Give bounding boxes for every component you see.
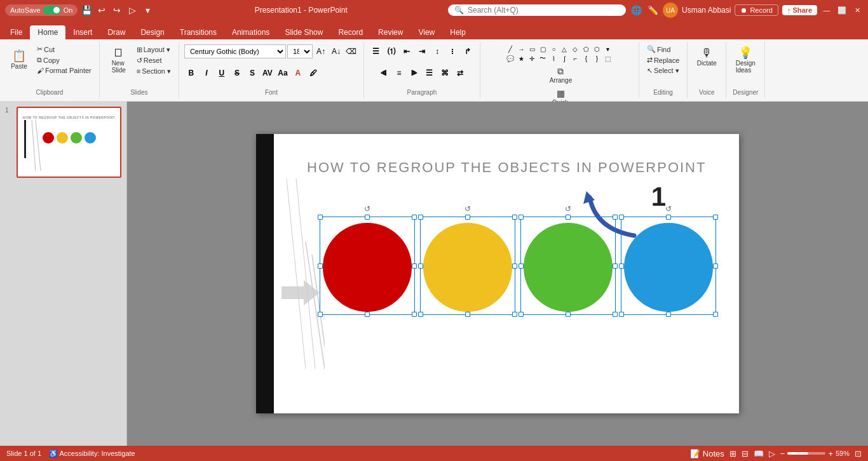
record-button-titlebar[interactable]: ⏺ Record xyxy=(735,4,778,16)
handle-tr[interactable] xyxy=(412,215,417,220)
tab-record[interactable]: Record xyxy=(330,25,370,39)
handle-bm[interactable] xyxy=(666,312,671,317)
shape-line[interactable]: ╱ xyxy=(505,44,515,53)
decrease-font-button[interactable]: A↓ xyxy=(329,44,343,58)
tab-insert[interactable]: Insert xyxy=(65,25,100,39)
handle-bm[interactable] xyxy=(365,312,370,317)
tab-draw[interactable]: Draw xyxy=(100,25,133,39)
shape-arrow-line[interactable]: → xyxy=(516,44,526,53)
tab-home[interactable]: Home xyxy=(30,25,65,39)
handle-bl[interactable] xyxy=(619,312,624,317)
rotate-handle[interactable]: ↺ xyxy=(564,204,573,213)
design-ideas-button[interactable]: 💡 DesignIdeas xyxy=(731,44,759,76)
layout-button[interactable]: ⊞ Layout ▾ xyxy=(134,45,173,55)
search-bar[interactable]: 🔍 xyxy=(448,4,626,16)
shape-triangle[interactable]: △ xyxy=(559,44,569,53)
fit-to-window-button[interactable]: ⊡ xyxy=(855,449,862,458)
circle-wrapper-green[interactable]: ↺ xyxy=(520,217,616,312)
tab-view[interactable]: View xyxy=(410,25,442,39)
circle-wrapper-blue[interactable]: ↺ xyxy=(621,217,716,312)
shape-cross[interactable]: ✛ xyxy=(527,54,537,63)
char-spacing-button[interactable]: AV xyxy=(261,66,275,80)
handle-tm[interactable] xyxy=(365,215,370,220)
decrease-indent-button[interactable]: ⇤ xyxy=(400,44,414,58)
search-input[interactable] xyxy=(468,6,607,15)
replace-button[interactable]: ⇄ Replace xyxy=(644,55,682,65)
handle-bm[interactable] xyxy=(566,312,571,317)
justify-button[interactable]: ☰ xyxy=(423,66,437,80)
reset-button[interactable]: ↺ Reset xyxy=(134,56,173,65)
handle-ml[interactable] xyxy=(418,264,423,269)
handle-mr[interactable] xyxy=(512,264,517,269)
find-button[interactable]: 🔍 Find xyxy=(644,44,673,54)
restore-button[interactable]: ⬜ xyxy=(836,4,848,16)
handle-ml[interactable] xyxy=(619,264,624,269)
handle-tm[interactable] xyxy=(666,215,671,220)
slide-canvas[interactable]: HOW TO REGROUP THE OBJECTS IN POWERPOINT… xyxy=(256,134,739,413)
tab-transitions[interactable]: Transitions xyxy=(172,25,224,39)
zoom-in-button[interactable]: + xyxy=(828,449,833,458)
canvas-area[interactable]: HOW TO REGROUP THE OBJECTS IN POWERPOINT… xyxy=(127,102,868,446)
shape-oval[interactable]: ○ xyxy=(548,44,559,53)
arrange-button[interactable]: ⧉ Arrange xyxy=(546,64,576,86)
new-slide-button[interactable]: 🗌 NewSlide xyxy=(105,44,133,76)
shape-star[interactable]: ★ xyxy=(516,54,526,63)
highlight-button[interactable]: 🖊 xyxy=(306,66,320,80)
shape-extra[interactable]: ⬚ xyxy=(602,54,613,63)
strikethrough-button[interactable]: S xyxy=(230,66,244,80)
avatar[interactable]: UA xyxy=(663,3,678,18)
dictate-button[interactable]: 🎙 Dictate xyxy=(693,44,721,69)
handle-br[interactable] xyxy=(613,312,618,317)
handle-br[interactable] xyxy=(512,312,517,317)
italic-button[interactable]: I xyxy=(200,66,214,80)
slide-sorter-button[interactable]: ⊟ xyxy=(742,449,749,458)
shape-rounded-rect[interactable]: ▢ xyxy=(538,44,548,53)
handle-tr[interactable] xyxy=(713,215,718,220)
normal-view-button[interactable]: ⊞ xyxy=(729,449,736,458)
handle-bl[interactable] xyxy=(519,312,524,317)
globe-icon[interactable]: 🌐 xyxy=(630,4,642,17)
rotate-handle[interactable]: ↺ xyxy=(363,204,372,213)
shape-curve[interactable]: ∫ xyxy=(559,54,569,63)
circle-wrapper-yellow[interactable]: ↺ xyxy=(420,217,515,312)
autosave-toggle[interactable] xyxy=(43,6,61,15)
clear-format-button[interactable]: ⌫ xyxy=(344,44,358,58)
present-icon[interactable]: ▷ xyxy=(126,4,139,17)
shape-rect[interactable]: ▭ xyxy=(527,44,537,53)
increase-indent-button[interactable]: ⇥ xyxy=(415,44,429,58)
tab-shapeformat[interactable]: Shape Format xyxy=(473,25,539,39)
circle-wrapper-red[interactable]: ↺ xyxy=(320,217,415,312)
close-button[interactable]: ✕ xyxy=(851,4,863,16)
shape-hexagon[interactable]: ⬡ xyxy=(592,44,602,53)
shape-more[interactable]: ▾ xyxy=(602,44,613,53)
save-icon[interactable]: 💾 xyxy=(80,4,93,17)
smartart-button[interactable]: ⌘ xyxy=(438,66,452,80)
handle-br[interactable] xyxy=(412,312,417,317)
rotate-handle[interactable]: ↺ xyxy=(463,204,472,213)
handle-tl[interactable] xyxy=(418,215,423,220)
convert-button[interactable]: ⇄ xyxy=(453,66,467,80)
align-right-button[interactable]: ⫸ xyxy=(407,66,421,80)
tab-help[interactable]: Help xyxy=(442,25,473,39)
font-color-button[interactable]: A xyxy=(291,66,305,80)
shape-freeform[interactable]: ⌇ xyxy=(548,54,559,63)
shape-pentagon[interactable]: ⬠ xyxy=(581,44,591,53)
text-direction-button[interactable]: ↱ xyxy=(461,44,475,58)
paste-button[interactable]: 📋 Paste xyxy=(5,48,33,72)
minimize-button[interactable]: — xyxy=(821,4,832,16)
tab-file[interactable]: File xyxy=(3,25,30,39)
slide-thumbnail[interactable]: HOW TO REGROUP THE OBJECTS IN POWERPOINT xyxy=(17,107,121,178)
format-painter-button[interactable]: 🖌 Format Painter xyxy=(34,66,94,75)
shape-callout[interactable]: 💬 xyxy=(505,54,515,63)
font-size-selector[interactable]: 18 xyxy=(287,44,313,58)
copy-button[interactable]: ⧉ Copy xyxy=(34,55,94,65)
undo-icon[interactable]: ↩ xyxy=(95,4,108,17)
handle-bl[interactable] xyxy=(418,312,423,317)
handle-tl[interactable] xyxy=(519,215,524,220)
change-case-button[interactable]: Aa xyxy=(276,66,290,80)
align-left-button[interactable]: ⫷ xyxy=(377,66,391,80)
shape-diamond[interactable]: ◇ xyxy=(570,44,580,53)
share-button[interactable]: ↑ Share xyxy=(782,5,817,15)
handle-tm[interactable] xyxy=(465,215,470,220)
line-spacing-button[interactable]: ↕ xyxy=(430,44,444,58)
